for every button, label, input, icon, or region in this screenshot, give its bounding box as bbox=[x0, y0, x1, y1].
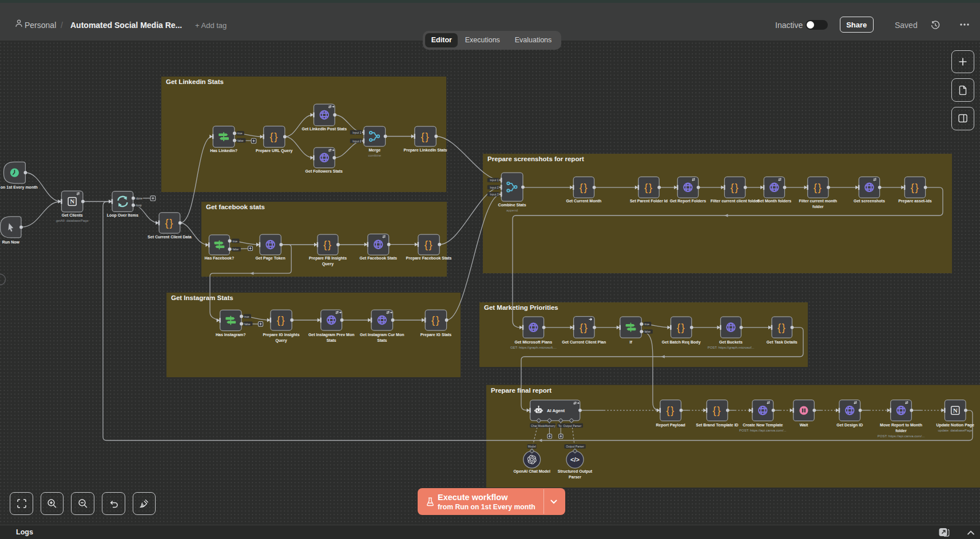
svg-text:Update Notion Page: Update Notion Page bbox=[936, 423, 974, 428]
svg-text:false: false bbox=[644, 330, 650, 333]
svg-text:Has Linkedin?: Has Linkedin? bbox=[210, 149, 237, 153]
svg-text:Prepare LinkedIn Stats: Prepare LinkedIn Stats bbox=[404, 148, 447, 153]
svg-text:POST: https://api.canva.com/..: POST: https://api.canva.com/... bbox=[739, 429, 787, 432]
svg-text:</>: </> bbox=[570, 456, 580, 463]
svg-text:Get LinkedIn Post Stats: Get LinkedIn Post Stats bbox=[302, 127, 347, 131]
svg-text:Stats: Stats bbox=[327, 338, 336, 342]
svg-text:GET: https://graph.microsoft..: GET: https://graph.microsoft.... bbox=[510, 346, 557, 349]
svg-text:Get facebook stats: Get facebook stats bbox=[206, 203, 265, 210]
svg-text:Run Now: Run Now bbox=[2, 240, 20, 244]
svg-text:OpenAI Chat Model: OpenAI Chat Model bbox=[513, 469, 550, 474]
svg-text:Get Buckets: Get Buckets bbox=[719, 340, 743, 344]
svg-text:Get Batch Req Body: Get Batch Req Body bbox=[662, 340, 701, 345]
svg-text:Get Marketing Priorities: Get Marketing Priorities bbox=[484, 304, 558, 311]
svg-text:Get Linkedin Stats: Get Linkedin Stats bbox=[166, 78, 224, 85]
svg-text:Has Instagram?: Has Instagram? bbox=[216, 333, 246, 337]
svg-text:Get Clients: Get Clients bbox=[62, 213, 83, 217]
svg-text:Output Parser: Output Parser bbox=[566, 445, 584, 448]
svg-text:{}: {} bbox=[277, 314, 286, 326]
svg-text:Create New Template: Create New Template bbox=[743, 423, 783, 428]
svg-text:{}: {} bbox=[580, 182, 589, 193]
svg-text:true: true bbox=[233, 239, 238, 243]
svg-text:{}: {} bbox=[814, 182, 823, 193]
svg-text:Filter current client folder: Filter current client folder bbox=[711, 199, 759, 203]
svg-text:{}: {} bbox=[431, 314, 441, 326]
svg-text:POST: https://api.canva.com/..: POST: https://api.canva.com/... bbox=[878, 434, 925, 438]
svg-text:Get Instagram Cur Mon: Get Instagram Cur Mon bbox=[360, 333, 404, 337]
svg-text:{}: {} bbox=[777, 322, 787, 333]
svg-text:Prepare FB Insights: Prepare FB Insights bbox=[309, 256, 347, 261]
svg-text:N: N bbox=[70, 198, 74, 205]
svg-text:Output Parser: Output Parser bbox=[563, 424, 581, 428]
svg-text:Get Month folders: Get Month folders bbox=[757, 199, 791, 203]
svg-text:{}: {} bbox=[644, 182, 653, 193]
svg-text:Set Parent Folder Id: Set Parent Folder Id bbox=[630, 199, 668, 203]
svg-text:Input 1: Input 1 bbox=[352, 131, 362, 134]
svg-text:loop: loop bbox=[136, 203, 142, 207]
svg-text:Query: Query bbox=[322, 262, 334, 266]
svg-text:Filter current month: Filter current month bbox=[799, 199, 838, 203]
svg-text:Get Followers Stats: Get Followers Stats bbox=[305, 169, 343, 173]
svg-text:Get Task Details: Get Task Details bbox=[767, 340, 798, 344]
svg-text:AI Agent: AI Agent bbox=[547, 408, 565, 413]
svg-text:Run on 1st Every month: Run on 1st Every month bbox=[0, 185, 38, 190]
svg-text:Input 1: Input 1 bbox=[490, 178, 499, 182]
svg-text:POST: https://graph.microsof..: POST: https://graph.microsof... bbox=[708, 346, 755, 349]
svg-text:Wait: Wait bbox=[800, 423, 808, 427]
svg-text:{}: {} bbox=[424, 239, 434, 250]
svg-text:true: true bbox=[237, 131, 243, 135]
svg-text:false: false bbox=[233, 247, 239, 251]
svg-text:{}: {} bbox=[666, 405, 675, 416]
svg-text:{}: {} bbox=[421, 131, 430, 142]
svg-text:N: N bbox=[953, 407, 958, 414]
svg-text:{}: {} bbox=[165, 217, 174, 229]
svg-text:folder: folder bbox=[895, 429, 907, 433]
svg-text:Has Facebook?: Has Facebook? bbox=[205, 256, 235, 260]
svg-text:Get Instagram Prev Mon: Get Instagram Prev Mon bbox=[308, 333, 355, 337]
svg-text:{}: {} bbox=[911, 182, 920, 193]
svg-text:Get Current Month: Get Current Month bbox=[566, 199, 601, 203]
svg-text:Stats: Stats bbox=[377, 338, 387, 342]
svg-text:done: done bbox=[136, 197, 142, 200]
svg-text:{}: {} bbox=[677, 322, 686, 333]
svg-text:Prepare Facebook Stats: Prepare Facebook Stats bbox=[406, 256, 452, 261]
svg-text:true: true bbox=[644, 322, 649, 326]
svg-text:Prepare IG Insights: Prepare IG Insights bbox=[263, 333, 299, 337]
svg-text:Merge: Merge bbox=[368, 148, 380, 153]
svg-text:Model: Model bbox=[528, 445, 536, 448]
svg-text:Set Brand Template ID: Set Brand Template ID bbox=[696, 423, 739, 428]
svg-text:Prepare URL Query: Prepare URL Query bbox=[256, 149, 293, 153]
svg-text:{}: {} bbox=[580, 322, 589, 333]
svg-text:Loop Over Items: Loop Over Items bbox=[107, 213, 138, 218]
svg-text:getAll: databasePage: getAll: databasePage bbox=[56, 219, 89, 222]
svg-text:append: append bbox=[506, 209, 518, 212]
svg-text:{}: {} bbox=[731, 182, 740, 193]
svg-text:false: false bbox=[244, 322, 251, 326]
svg-text:Get Report Folders: Get Report Folders bbox=[670, 199, 707, 203]
svg-text:Memory: Memory bbox=[545, 424, 556, 428]
svg-text:If: If bbox=[629, 340, 632, 344]
svg-text:{}: {} bbox=[269, 131, 279, 142]
svg-text:Get Current Client Plan: Get Current Client Plan bbox=[562, 340, 606, 344]
svg-text:Prepare IG Stats: Prepare IG Stats bbox=[420, 333, 452, 337]
svg-text:Get Microsoft Plans: Get Microsoft Plans bbox=[515, 340, 553, 344]
svg-text:Get screenshots: Get screenshots bbox=[854, 199, 885, 203]
svg-text:true: true bbox=[244, 315, 249, 318]
svg-text:Report Payload: Report Payload bbox=[656, 423, 685, 428]
svg-text:Parser: Parser bbox=[569, 475, 581, 479]
svg-text:Input 2: Input 2 bbox=[352, 139, 362, 143]
svg-text:Get Instagram Stats: Get Instagram Stats bbox=[171, 294, 233, 301]
svg-text:Prepare asset-ids: Prepare asset-ids bbox=[898, 199, 931, 203]
svg-text:Structured Output: Structured Output bbox=[558, 469, 593, 474]
svg-text:Combine Stats: Combine Stats bbox=[498, 203, 526, 207]
svg-text:Input 3: Input 3 bbox=[490, 193, 499, 196]
svg-text:Prepare screenshots for report: Prepare screenshots for report bbox=[487, 155, 584, 162]
svg-text:Set Current Client Data: Set Current Client Data bbox=[148, 235, 192, 239]
svg-text:Get Design ID: Get Design ID bbox=[836, 423, 863, 428]
svg-text:Get Page Token: Get Page Token bbox=[255, 256, 285, 261]
svg-text:update: databasePage: update: databasePage bbox=[938, 429, 973, 432]
svg-text:{}: {} bbox=[323, 239, 332, 250]
svg-text:combine: combine bbox=[368, 154, 381, 157]
svg-text:Input 2: Input 2 bbox=[490, 186, 499, 189]
svg-text:folder: folder bbox=[812, 205, 824, 209]
